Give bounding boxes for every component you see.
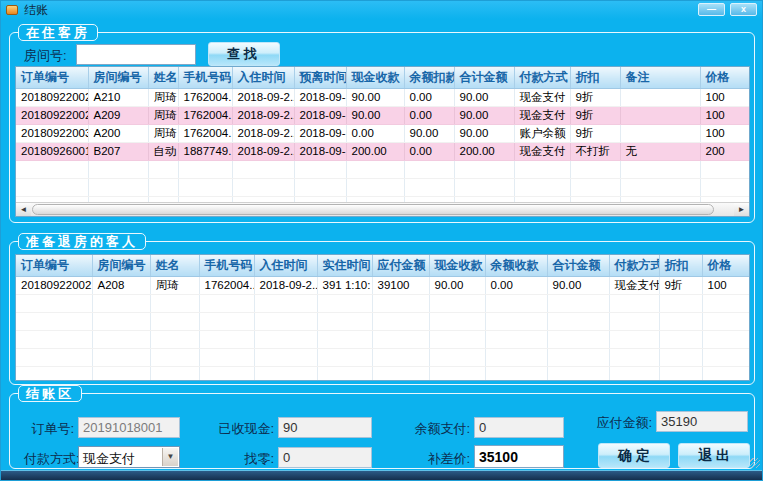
empty-cell	[700, 178, 750, 196]
column-header[interactable]: 入住时间	[254, 255, 317, 276]
column-header[interactable]: 房间编号	[92, 255, 150, 276]
header-row: 订单编号房间编号姓名手机号码入住时间预离时间现金收款余额扣款合计金额付款方式折扣…	[16, 67, 750, 88]
column-header[interactable]: 现金收款	[346, 67, 404, 88]
checkout-guests-table-container: 订单编号房间编号姓名手机号码入住时间实住时间应付金额现金收款余额收款合计金额付款…	[15, 254, 750, 381]
column-header[interactable]: 现金收款	[429, 255, 485, 276]
minimize-button[interactable]: —	[698, 3, 725, 16]
empty-cell	[702, 366, 750, 381]
search-button[interactable]: 查找	[208, 42, 280, 66]
empty-cell	[254, 366, 317, 381]
empty-cell	[429, 330, 485, 348]
empty-cell	[16, 160, 88, 178]
column-header[interactable]: 实住时间	[317, 255, 372, 276]
table-row[interactable]: 20180922003A200周琦1762004...2018-09-2...2…	[16, 124, 750, 142]
settlement-group: 结账区 订单号: 已收现金: 余额支付: 应付金额: 付款方式: 现金支付 ▼ …	[9, 393, 755, 469]
scroll-left-icon[interactable]: ◄	[16, 203, 31, 216]
table-cell: A208	[92, 276, 150, 294]
empty-cell	[178, 178, 232, 196]
table-cell: 2018-09-...	[294, 142, 346, 160]
column-header[interactable]: 入住时间	[232, 67, 294, 88]
table-cell: 2018-09-2...	[232, 88, 294, 106]
horizontal-scrollbar[interactable]: ◄ ►	[16, 202, 749, 216]
table-cell: 1762004...	[178, 106, 232, 124]
column-header[interactable]: 付款方式	[609, 255, 659, 276]
column-header[interactable]: 付款方式	[514, 67, 570, 88]
table-cell: 0.00	[404, 106, 454, 124]
column-header[interactable]: 预离时间	[294, 67, 346, 88]
checkout-guests-group: 准备退房的客人 订单编号房间编号姓名手机号码入住时间实住时间应付金额现金收款余额…	[9, 241, 755, 385]
exit-button[interactable]: 退 出	[678, 443, 750, 468]
occupied-rooms-group-title: 在住客房	[18, 24, 98, 41]
table-cell: 2018-09-2...	[232, 106, 294, 124]
column-header[interactable]: 合计金额	[454, 67, 514, 88]
column-header[interactable]: 订单编号	[16, 67, 88, 88]
close-button[interactable]: x	[730, 3, 757, 16]
empty-cell	[254, 348, 317, 366]
column-header[interactable]: 价格	[700, 67, 750, 88]
table-row[interactable]: 20180926001B207自动1887749...2018-09-2...2…	[16, 142, 750, 160]
empty-cell	[199, 330, 254, 348]
scroll-right-icon[interactable]: ►	[734, 203, 749, 216]
column-header[interactable]: 姓名	[150, 255, 199, 276]
table-cell	[620, 106, 700, 124]
table-cell: 2018-09-2...	[232, 124, 294, 142]
empty-cell	[148, 178, 178, 196]
column-header[interactable]: 订单编号	[16, 255, 92, 276]
occupied-rooms-table: 订单编号房间编号姓名手机号码入住时间预离时间现金收款余额扣款合计金额付款方式折扣…	[16, 67, 750, 215]
table-cell: 90.00	[454, 88, 514, 106]
empty-cell	[485, 348, 547, 366]
empty-cell	[547, 330, 609, 348]
column-header[interactable]: 房间编号	[88, 67, 148, 88]
empty-cell	[514, 160, 570, 178]
empty-cell	[199, 312, 254, 330]
empty-cell	[92, 330, 150, 348]
table-cell: A200	[88, 124, 148, 142]
column-header[interactable]: 折扣	[659, 255, 702, 276]
column-header[interactable]: 价格	[702, 255, 750, 276]
empty-cell	[659, 366, 702, 381]
column-header[interactable]: 余额扣款	[404, 67, 454, 88]
table-cell: 2018-09-...	[294, 106, 346, 124]
scrollbar-track[interactable]	[31, 203, 734, 216]
column-header[interactable]: 余额收款	[485, 255, 547, 276]
table-row[interactable]: 20180922002A209周琦1762004...2018-09-2...2…	[16, 106, 750, 124]
empty-cell	[16, 294, 92, 312]
cash-received-label: 已收现金:	[206, 420, 274, 438]
table-row[interactable]: 20180922002A210周琦1762004...2018-09-2...2…	[16, 88, 750, 106]
dropdown-arrow-icon[interactable]: ▼	[162, 448, 178, 466]
table-cell: 2018-09-2...	[232, 142, 294, 160]
payable-amount-label: 应付金额:	[592, 414, 652, 432]
empty-cell	[609, 330, 659, 348]
table-cell: 现金支付	[514, 106, 570, 124]
table-cell: 0.00	[346, 124, 404, 142]
table-row[interactable]: 20180922002A208周琦1762004...2018-09-2...3…	[16, 276, 750, 294]
empty-cell	[372, 330, 429, 348]
empty-cell	[609, 294, 659, 312]
table-cell: 9折	[570, 88, 620, 106]
column-header[interactable]: 合计金额	[547, 255, 609, 276]
column-header[interactable]: 备注	[620, 67, 700, 88]
occupied-rooms-group: 在住客房 房间号: 查找 订单编号房间编号姓名手机号码入住时间预离时间现金收款余…	[9, 32, 755, 223]
confirm-button[interactable]: 确 定	[598, 443, 670, 468]
price-difference-input[interactable]	[474, 445, 564, 468]
empty-cell	[702, 348, 750, 366]
column-header[interactable]: 折扣	[570, 67, 620, 88]
empty-cell	[254, 312, 317, 330]
scrollbar-thumb[interactable]	[32, 204, 714, 215]
column-header[interactable]: 手机号码	[199, 255, 254, 276]
table-cell: 100	[700, 88, 750, 106]
room-number-input[interactable]	[76, 44, 196, 65]
title-bar[interactable]: 结账 — x	[1, 1, 762, 19]
table-cell: 9折	[570, 124, 620, 142]
column-header[interactable]: 应付金额	[372, 255, 429, 276]
column-header[interactable]: 手机号码	[178, 67, 232, 88]
price-difference-label: 补差价:	[414, 450, 470, 468]
column-header[interactable]: 姓名	[148, 67, 178, 88]
occupied-rooms-table-container: 订单编号房间编号姓名手机号码入住时间预离时间现金收款余额扣款合计金额付款方式折扣…	[15, 66, 750, 217]
table-cell	[620, 124, 700, 142]
resize-grip[interactable]	[750, 458, 760, 468]
change-field	[278, 447, 372, 468]
table-cell: A210	[88, 88, 148, 106]
table-cell: 90.00	[454, 124, 514, 142]
payment-method-select[interactable]: 现金支付 ▼	[78, 446, 180, 468]
